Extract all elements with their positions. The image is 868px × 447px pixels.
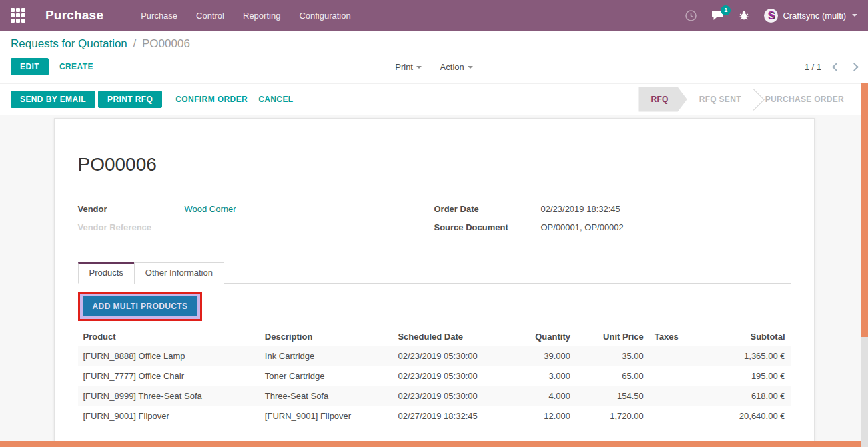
print-action-menus: Print Action	[11, 62, 857, 72]
vendor-label: Vendor	[78, 204, 185, 214]
messages-badge: 1	[721, 5, 731, 15]
source-document-label: Source Document	[434, 222, 541, 232]
top-navbar: Purchase Purchase Control Reporting Conf…	[0, 0, 868, 31]
cell-unit-price: 1,720.00	[576, 406, 649, 426]
breadcrumb-parent-link[interactable]: Requests for Quotation	[11, 37, 127, 50]
vendor-value-link[interactable]: Wood Corner	[185, 204, 236, 214]
cell-subtotal: 618.00 €	[709, 386, 791, 406]
pager-previous-icon[interactable]	[832, 63, 841, 71]
print-rfq-button[interactable]: PRINT RFQ	[98, 91, 162, 108]
cell-product: [FURN_8999] Three-Seat Sofa	[78, 386, 260, 406]
nav-item-control[interactable]: Control	[196, 11, 224, 21]
print-dropdown[interactable]: Print	[395, 62, 422, 72]
scrollbar-thumb[interactable]	[861, 83, 868, 337]
cell-scheduled-date: 02/27/2019 18:32:45	[392, 406, 509, 426]
cell-quantity: 12.000	[509, 406, 576, 426]
tab-other-information[interactable]: Other Information	[134, 262, 224, 284]
order-lines-table: Product Description Scheduled Date Quant…	[78, 328, 791, 426]
activities-clock-icon[interactable]	[685, 10, 697, 21]
cell-quantity: 3.000	[509, 366, 576, 386]
cell-scheduled-date: 02/23/2019 05:30:00	[392, 366, 509, 386]
bug-icon[interactable]	[739, 10, 749, 21]
cell-quantity: 39.000	[509, 346, 576, 366]
nav-menu: Purchase Control Reporting Configuration	[141, 11, 351, 21]
vendor-reference-label: Vendor Reference	[78, 222, 185, 232]
cell-taxes	[649, 346, 709, 366]
document-title: PO00006	[78, 154, 791, 175]
col-unit-price: Unit Price	[576, 328, 649, 346]
cell-description: [FURN_9001] Flipover	[260, 406, 393, 426]
caret-down-icon	[468, 66, 473, 69]
chevron-down-icon	[852, 14, 857, 17]
nav-item-purchase[interactable]: Purchase	[141, 11, 177, 21]
cell-unit-price: 35.00	[576, 346, 649, 366]
status-step-rfq[interactable]: RFQ	[638, 87, 687, 112]
scrollbar-track[interactable]	[861, 83, 868, 447]
add-multi-products-button[interactable]: ADD MULTI PRODUCTS	[83, 296, 198, 316]
col-taxes: Taxes	[649, 328, 709, 346]
col-quantity: Quantity	[509, 328, 576, 346]
nav-item-reporting[interactable]: Reporting	[243, 11, 280, 21]
bottom-orange-bar	[0, 441, 861, 447]
control-panel: Requests for Quotation / PO00006 EDIT CR…	[0, 31, 868, 83]
cell-description: Toner Cartridge	[260, 366, 393, 386]
table-row[interactable]: [FURN_9001] Flipover [FURN_9001] Flipove…	[78, 406, 791, 426]
order-date-label: Order Date	[434, 204, 541, 214]
cell-subtotal: 1,365.00 €	[709, 346, 791, 366]
table-header-row: Product Description Scheduled Date Quant…	[78, 328, 791, 346]
cell-scheduled-date: 02/23/2019 05:30:00	[392, 346, 509, 366]
cell-unit-price: 65.00	[576, 366, 649, 386]
company-logo-avatar: S	[764, 9, 778, 23]
send-by-email-button[interactable]: SEND BY EMAIL	[11, 91, 95, 108]
cell-product: [FURN_9001] Flipover	[78, 406, 260, 426]
cell-product: [FURN_8888] Office Lamp	[78, 346, 260, 366]
action-dropdown[interactable]: Action	[440, 62, 473, 72]
messages-icon[interactable]: 1	[711, 10, 724, 21]
tab-products[interactable]: Products	[78, 262, 135, 284]
col-description: Description	[260, 328, 393, 346]
field-grid: Vendor Wood Corner Vendor Reference Orde…	[78, 204, 791, 240]
col-subtotal: Subtotal	[709, 328, 791, 346]
notebook-tabs: Products Other Information	[78, 262, 791, 284]
cell-taxes	[649, 366, 709, 386]
cell-subtotal: 20,640.00 €	[709, 406, 791, 426]
cell-description: Three-Seat Sofa	[260, 386, 393, 406]
cancel-button[interactable]: CANCEL	[258, 95, 293, 104]
nav-item-configuration[interactable]: Configuration	[299, 11, 350, 21]
cell-subtotal: 195.00 €	[709, 366, 791, 386]
cell-product: [FURN_7777] Office Chair	[78, 366, 260, 386]
cell-taxes	[649, 386, 709, 406]
pager-next-icon[interactable]	[850, 63, 859, 71]
breadcrumb-separator: /	[133, 37, 137, 50]
confirm-order-button[interactable]: CONFIRM ORDER	[175, 95, 248, 104]
breadcrumb-current: PO00006	[142, 37, 190, 50]
breadcrumb: Requests for Quotation / PO00006	[11, 37, 857, 51]
table-row[interactable]: [FURN_8888] Office Lamp Ink Cartridge 02…	[78, 346, 791, 366]
table-row[interactable]: [FURN_8999] Three-Seat Sofa Three-Seat S…	[78, 386, 791, 406]
cell-unit-price: 154.50	[576, 386, 649, 406]
order-date-value: 02/23/2019 18:32:45	[541, 204, 620, 214]
cell-quantity: 4.000	[509, 386, 576, 406]
status-steps: RFQ RFQ SENT PURCHASE ORDER	[638, 87, 856, 112]
app-title: Purchase	[45, 8, 103, 23]
status-step-purchase-order[interactable]: PURCHASE ORDER	[753, 87, 856, 112]
caret-down-icon	[416, 66, 422, 69]
table-row[interactable]: [FURN_7777] Office Chair Toner Cartridge…	[78, 366, 791, 386]
red-highlight-annotation: ADD MULTI PRODUCTS	[78, 292, 203, 321]
apps-grid-icon[interactable]	[11, 8, 25, 23]
document-sheet: PO00006 Vendor Wood Corner Vendor Refere…	[54, 118, 815, 442]
col-product: Product	[78, 328, 260, 346]
statusbar: SEND BY EMAIL PRINT RFQ CONFIRM ORDER CA…	[0, 83, 868, 115]
user-menu[interactable]: S Craftsync (multi)	[764, 9, 857, 23]
content-area: PO00006 Vendor Wood Corner Vendor Refere…	[0, 115, 868, 442]
pager-counter: 1 / 1	[805, 62, 821, 72]
cell-scheduled-date: 02/23/2019 05:30:00	[392, 386, 509, 406]
user-name: Craftsync (multi)	[783, 11, 846, 21]
cell-description: Ink Cartridge	[260, 346, 393, 366]
source-document-value: OP/00001, OP/00002	[541, 222, 624, 232]
cell-taxes	[649, 406, 709, 426]
col-scheduled-date: Scheduled Date	[392, 328, 509, 346]
